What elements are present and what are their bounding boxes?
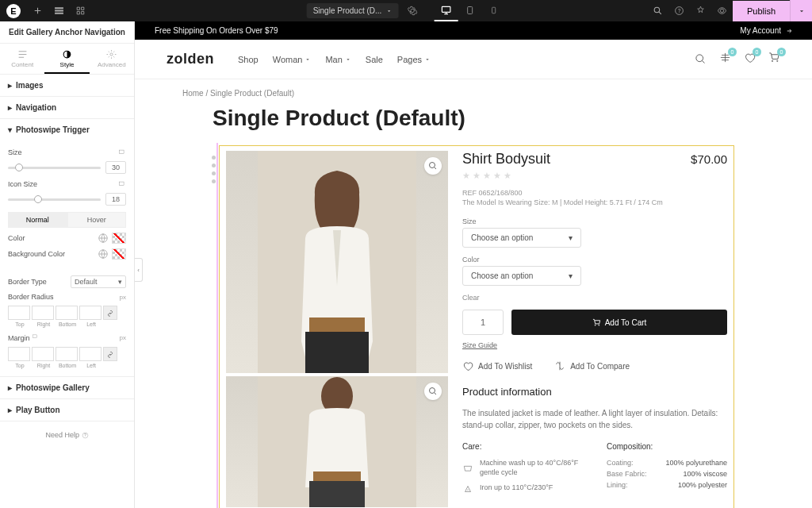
tab-advanced[interactable]: Advanced [90,44,134,74]
nav-pages[interactable]: Pages [397,55,431,64]
radius-top[interactable] [8,306,30,320]
radius-left[interactable] [79,306,102,320]
quantity-input[interactable]: 1 [462,310,504,335]
care-item: Iron up to 110°C/230°F [462,483,583,495]
border-type-select[interactable]: Default▾ [71,275,126,288]
document-selector[interactable]: Single Product (D... [307,3,399,18]
section-photoswipe-gallery[interactable]: ▸ Photoswipe Gallery [0,377,134,398]
global-color-icon[interactable] [98,233,109,244]
breadcrumb-home[interactable]: Home [182,89,204,98]
comp-row: Lining:100% polyester [607,481,727,489]
margin-right[interactable] [32,347,54,361]
svg-point-7 [110,53,113,56]
icon-size-label: Icon Size [8,180,37,188]
svg-rect-0 [442,6,450,12]
search-icon[interactable] [647,0,668,21]
svg-rect-12 [33,335,36,338]
svg-rect-8 [119,150,124,153]
icon-size-input[interactable] [105,193,126,206]
page-title: Single Product (Default) [135,98,812,145]
radius-bottom[interactable] [56,306,78,320]
add-to-cart-button[interactable]: Add To Cart [511,310,727,335]
compare-icon[interactable]: 0 [719,52,731,67]
responsive-icon[interactable] [118,180,126,188]
comp-row: Base Fabric:100% viscose [607,470,727,478]
cart-icon[interactable]: 0 [768,52,780,67]
preview-icon[interactable] [711,0,733,21]
zoom-icon[interactable] [424,157,442,175]
nav-shop[interactable]: Shop [238,55,259,64]
add-compare-button[interactable]: Add To Compare [554,360,630,371]
margin-bottom[interactable] [56,347,78,361]
my-account-link[interactable]: My Account [740,26,792,35]
bg-color-picker[interactable] [112,248,126,260]
add-element-icon[interactable] [27,0,48,21]
nav-woman[interactable]: Woman [273,55,312,64]
global-bg-icon[interactable] [98,248,109,260]
promo-text: Free Shipping On Orders Over $79 [155,26,278,35]
responsive-icon[interactable] [118,148,126,156]
tab-style[interactable]: Style [44,44,89,74]
border-radius-label: Border Radius [8,293,54,301]
search-icon[interactable] [695,53,707,65]
gallery-nav-dots[interactable] [212,156,216,183]
border-type-label: Border Type [8,278,47,286]
size-input[interactable] [105,161,126,174]
composition-title: Composition: [607,442,727,451]
svg-point-3 [654,7,660,13]
nav-man[interactable]: Man [325,55,350,64]
product-info-title: Product information [462,386,727,398]
collapse-sidebar-button[interactable]: ‹ [135,258,143,282]
product-info-desc: The insulated jacket is made of leather.… [462,407,727,431]
product-image-1[interactable] [226,151,448,373]
nav-sale[interactable]: Sale [366,55,383,64]
svg-rect-2 [492,7,495,13]
tablet-device-icon[interactable] [458,0,481,21]
product-image-2[interactable] [226,376,448,507]
product-name: Shirt Bodysuit [462,151,550,167]
color-picker[interactable] [112,233,126,244]
need-help-link[interactable]: Need Help ? [0,421,134,448]
structure-icon[interactable] [48,0,70,21]
radius-link-icon[interactable] [103,306,117,320]
color-select[interactable]: Choose an option▾ [462,266,581,286]
zoom-icon[interactable] [424,383,442,400]
help-icon[interactable]: ? [668,0,690,21]
size-slider[interactable] [8,167,101,169]
svg-point-26 [467,490,468,491]
elementor-logo[interactable]: E [6,4,21,18]
publish-options-button[interactable] [790,0,812,21]
svg-text:?: ? [678,8,681,13]
site-settings-icon[interactable] [70,0,91,21]
comp-row: Coating:100% polyurethane [607,459,727,467]
product-price: $70.00 [691,152,727,166]
product-section: Shirt Bodysuit $70.00 ★ ★ ★ ★ ★ REF 0652… [219,145,734,508]
state-normal[interactable]: Normal [8,212,67,228]
size-guide-link[interactable]: Size Guide [462,341,727,349]
section-images[interactable]: ▸ Images [0,75,134,96]
mobile-device-icon[interactable] [481,0,505,21]
margin-label: Margin [8,333,39,342]
color-label: Color [462,256,727,264]
section-play-button[interactable]: ▸ Play Button [0,399,134,421]
publish-button[interactable]: Publish [733,1,790,21]
site-logo[interactable]: zolden [167,51,214,67]
svg-rect-1 [467,6,472,13]
svg-rect-24 [309,481,365,507]
tab-content[interactable]: Content [0,44,44,74]
radius-right[interactable] [32,306,54,320]
clear-link[interactable]: Clear [462,294,727,302]
margin-left[interactable] [79,347,102,361]
add-wishlist-button[interactable]: Add To Wishlist [462,360,532,371]
icon-size-slider[interactable] [8,198,101,201]
section-navigation[interactable]: ▸ Navigation [0,97,134,118]
margin-link-icon[interactable] [103,347,117,361]
state-hover[interactable]: Hover [67,212,127,228]
wishlist-icon[interactable]: 0 [744,52,756,67]
whats-new-icon[interactable] [690,0,711,21]
doc-settings-icon[interactable] [401,0,423,21]
size-select[interactable]: Choose an option▾ [462,228,581,248]
desktop-device-icon[interactable] [434,0,458,21]
section-photoswipe-trigger[interactable]: ▾ Photoswipe Trigger [0,119,134,140]
margin-top[interactable] [8,347,30,361]
